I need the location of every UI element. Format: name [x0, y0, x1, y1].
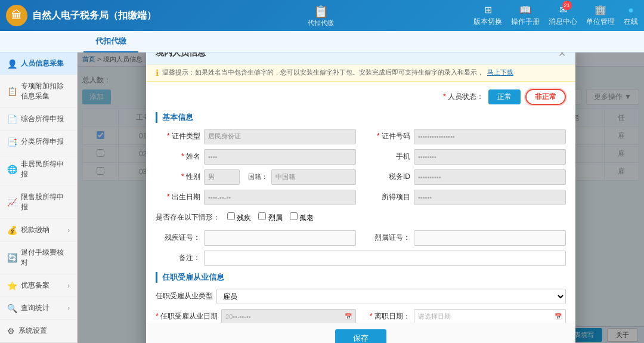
- logo-icon: 🏛: [6, 5, 27, 26]
- employment-type-label: 任职受雇从业类型: [156, 291, 213, 301]
- employment-section: 任职受雇从业信息 任职受雇从业类型 雇员 任职受雇从业日期 20••-••-••: [156, 272, 566, 323]
- modal-footer: 保存: [146, 323, 575, 344]
- section-basic-title: 基本信息: [156, 112, 566, 123]
- sidebar-item-special[interactable]: 📋 专项附加扣除信息采集: [0, 75, 77, 108]
- sidebar-item-classified[interactable]: 📑 分类所得申报: [0, 131, 77, 153]
- employment-start-label: 任职受雇从业日期: [156, 311, 218, 322]
- employment-type-row: 任职受雇从业类型 雇员: [156, 289, 566, 304]
- modal-body: 人员状态： 正常 非正常 基本信息 证件类型 居民身份证 证件号码: [146, 82, 575, 323]
- status-field-label: 人员状态：: [443, 92, 484, 102]
- note-label: 备注：: [156, 253, 200, 263]
- martyr-cert-row: 烈属证号：: [366, 230, 566, 246]
- gender-input[interactable]: 男: [204, 169, 240, 185]
- sidebar-item-query[interactable]: 🔍 查询统计: [0, 297, 77, 320]
- status-normal-button[interactable]: 正常: [488, 89, 521, 104]
- name-input[interactable]: ••••: [204, 149, 356, 165]
- elder-check-label[interactable]: 孤老: [290, 212, 314, 223]
- employment-section-title: 任职受雇从业信息: [156, 272, 566, 283]
- gender-row: 性别 男 国籍： 中国籍: [156, 169, 356, 185]
- disability-checkboxes: 是否存在以下情形： 残疾 烈属 孤老: [156, 212, 566, 223]
- name-row: 姓名 ••••: [156, 149, 356, 165]
- taxid-input[interactable]: ••••••••••: [414, 169, 566, 185]
- income-label: 所得项目: [366, 192, 410, 202]
- martyr-cert-label: 烈属证号：: [366, 233, 410, 243]
- message-center[interactable]: ✉ 21 消息中心: [549, 4, 577, 27]
- note-input[interactable]: [204, 251, 566, 266]
- leave-date-input[interactable]: 请选择日期 📅: [414, 309, 566, 323]
- employment-start-row: 任职受雇从业日期 20••-••-•• 📅: [156, 309, 356, 323]
- gender-label: 性别: [156, 172, 200, 182]
- notice-text: 温馨提示：如果姓名当中包含生僻字的，您可以安装生僻字补丁包。安装完成后即可支持生…: [162, 68, 484, 77]
- disability-cert-row: 残疾证号：: [156, 230, 356, 246]
- sidebar-item-nonresident[interactable]: 🌐 非居民所得申报: [0, 153, 77, 186]
- disability-checkbox[interactable]: [227, 212, 235, 220]
- content-area: 首页 > 境内人员信息 总人数： 添加 展开查询条件 更多操作 ▼ 工号 姓名: [78, 52, 644, 343]
- online-status[interactable]: ● 在线: [624, 5, 638, 27]
- unit-management[interactable]: 🏢 单位管理: [586, 4, 615, 27]
- top-nav: 📋 代扣代缴: [308, 4, 334, 27]
- notice-icon: ℹ: [156, 68, 159, 78]
- save-button[interactable]: 保存: [335, 329, 386, 344]
- note-row: 备注：: [156, 251, 566, 266]
- income-input[interactable]: ••••••: [414, 190, 566, 205]
- top-actions: ⊞ 版本切换 📖 操作手册 ✉ 21 消息中心 🏢 单位管理 ● 在线: [473, 4, 638, 27]
- notice-link[interactable]: 马上下载: [487, 68, 513, 77]
- cert-no-row: 证件号码 ••••••••••••••••: [366, 129, 566, 144]
- sidebar-item-restricted[interactable]: 📈 限售股所得申报: [0, 186, 77, 219]
- version-switch[interactable]: ⊞ 版本切换: [473, 4, 502, 27]
- status-abnormal-button[interactable]: 非正常: [525, 89, 566, 105]
- phone-label: 手机: [366, 152, 410, 162]
- leave-date-row: 离职日期： 请选择日期 📅: [366, 309, 566, 323]
- modal-notice: ℹ 温馨提示：如果姓名当中包含生僻字的，您可以安装生僻字补丁包。安装完成后即可支…: [146, 64, 575, 82]
- phone-input[interactable]: ••••••••: [414, 149, 566, 165]
- cert-type-row: 证件类型 居民身份证: [156, 129, 356, 144]
- cert-no-input[interactable]: ••••••••••••••••: [414, 129, 566, 144]
- modal-dialog: 境内人员信息 ✕ ℹ 温馨提示：如果姓名当中包含生僻字的，您可以安装生僻字补丁包…: [146, 52, 575, 343]
- sidebar-item-personnel[interactable]: 👤 人员信息采集: [0, 52, 77, 75]
- sidebar-item-refund[interactable]: 🔄 退付手续费核对: [0, 242, 77, 274]
- top-bar: 🏛 自然人电子税务局（扣缴端） 📋 代扣代缴 ⊞ 版本切换 📖 操作手册 ✉ 2…: [0, 0, 644, 31]
- income-row: 所得项目 ••••••: [366, 190, 566, 205]
- cert-type-input[interactable]: 居民身份证: [204, 129, 356, 144]
- taxid-label: 税务ID: [366, 172, 410, 182]
- status-row: 人员状态： 正常 非正常: [156, 89, 566, 105]
- employment-type-select[interactable]: 雇员: [216, 289, 566, 304]
- martyr-cert-input[interactable]: [414, 230, 566, 246]
- operation-manual[interactable]: 📖 操作手册: [511, 4, 540, 27]
- disability-group-label: 是否存在以下情形：: [156, 212, 220, 223]
- second-nav: 代扣代缴: [0, 31, 644, 52]
- modal-header: 境内人员信息 ✕: [146, 52, 575, 64]
- sidebar-item-preference[interactable]: ⭐ 优惠备案: [0, 274, 77, 297]
- birthday-label: 出生日期: [156, 192, 200, 202]
- modal-title: 境内人员信息: [156, 52, 558, 58]
- disability-cert-input[interactable]: [204, 230, 356, 246]
- disability-cert-label: 残疾证号：: [156, 233, 200, 243]
- sidebar-item-comprehensive[interactable]: 📄 综合所得申报: [0, 108, 77, 131]
- martyr-checkbox[interactable]: [258, 212, 266, 220]
- cert-type-label: 证件类型: [156, 131, 200, 141]
- taxid-row: 税务ID ••••••••••: [366, 169, 566, 185]
- elder-checkbox[interactable]: [290, 212, 298, 220]
- basic-form: 证件类型 居民身份证 证件号码 •••••••••••••••• 姓名: [156, 129, 566, 266]
- name-label: 姓名: [156, 152, 200, 162]
- leave-date-label: 离职日期：: [366, 311, 410, 322]
- phone-row: 手机 ••••••••: [366, 149, 566, 165]
- disability-check-label[interactable]: 残疾: [227, 212, 251, 223]
- app-title: 自然人电子税务局（扣缴端）: [32, 10, 156, 22]
- cert-no-label: 证件号码: [366, 131, 410, 141]
- tab-daikou[interactable]: 代扣代缴: [83, 31, 138, 52]
- birthday-row: 出生日期 ••••-••-••: [156, 190, 356, 205]
- daikou-nav[interactable]: 📋 代扣代缴: [308, 4, 334, 27]
- birthday-input[interactable]: ••••-••-••: [204, 190, 356, 205]
- employment-form: 任职受雇从业类型 雇员 任职受雇从业日期 20••-••-•• 📅: [156, 289, 566, 323]
- modal-close-button[interactable]: ✕: [558, 52, 566, 59]
- employment-start-input[interactable]: 20••-••-•• 📅: [221, 309, 356, 323]
- nationality-input[interactable]: 中国籍: [271, 169, 356, 185]
- sidebar: 👤 人员信息采集 📋 专项附加扣除信息采集 📄 综合所得申报 📑 分类所得申报 …: [0, 52, 78, 343]
- sidebar-item-tax[interactable]: 💰 税款缴纳: [0, 219, 77, 242]
- martyr-check-label[interactable]: 烈属: [258, 212, 282, 223]
- sidebar-item-settings[interactable]: ⚙ 系统设置: [0, 320, 77, 342]
- app-logo: 🏛 自然人电子税务局（扣缴端）: [6, 5, 156, 26]
- main-layout: 👤 人员信息采集 📋 专项附加扣除信息采集 📄 综合所得申报 📑 分类所得申报 …: [0, 52, 644, 343]
